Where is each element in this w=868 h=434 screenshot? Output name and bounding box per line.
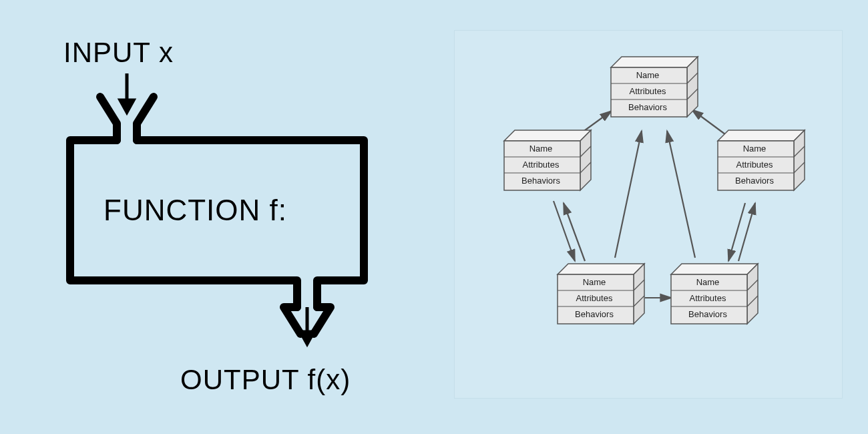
svg-marker-35: [634, 264, 644, 324]
output-label: OUTPUT f(x): [180, 364, 351, 396]
svg-line-6: [554, 201, 575, 261]
svg-marker-34: [558, 264, 644, 274]
cube-row-behaviors: Behaviors: [504, 176, 578, 186]
cube-row-behaviors: Behaviors: [611, 102, 684, 112]
svg-marker-1: [120, 100, 134, 112]
cube-row-attributes: Attributes: [611, 86, 684, 96]
svg-marker-42: [747, 264, 758, 324]
svg-line-8: [728, 203, 745, 261]
cube-row-attributes: Attributes: [671, 293, 744, 303]
function-label: FUNCTION f:: [103, 194, 287, 227]
svg-line-11: [615, 131, 642, 258]
svg-line-12: [667, 131, 695, 258]
cube-row-behaviors: Behaviors: [671, 309, 744, 319]
svg-marker-14: [687, 57, 698, 117]
cube-row-attributes: Attributes: [504, 160, 578, 170]
cube-row-name: Name: [718, 144, 791, 154]
svg-line-9: [738, 203, 755, 261]
cube-row-attributes: Attributes: [558, 293, 631, 303]
oop-diagram-panel: Name Attributes Behaviors Name Attribute…: [454, 30, 843, 399]
cube-row-behaviors: Behaviors: [718, 176, 791, 186]
svg-marker-27: [718, 130, 805, 141]
cube-row-name: Name: [611, 70, 684, 80]
svg-line-7: [564, 203, 585, 261]
cube-row-name: Name: [558, 277, 631, 287]
cube-row-name: Name: [671, 277, 744, 287]
svg-marker-20: [504, 130, 591, 141]
cube-row-name: Name: [504, 144, 578, 154]
cube-row-behaviors: Behaviors: [558, 309, 631, 319]
svg-marker-3: [300, 332, 314, 344]
svg-marker-21: [580, 130, 591, 190]
svg-marker-13: [611, 57, 698, 67]
input-label: INPUT x: [63, 37, 174, 69]
svg-marker-41: [671, 264, 758, 274]
cube-row-attributes: Attributes: [718, 160, 791, 170]
svg-marker-28: [794, 130, 805, 190]
